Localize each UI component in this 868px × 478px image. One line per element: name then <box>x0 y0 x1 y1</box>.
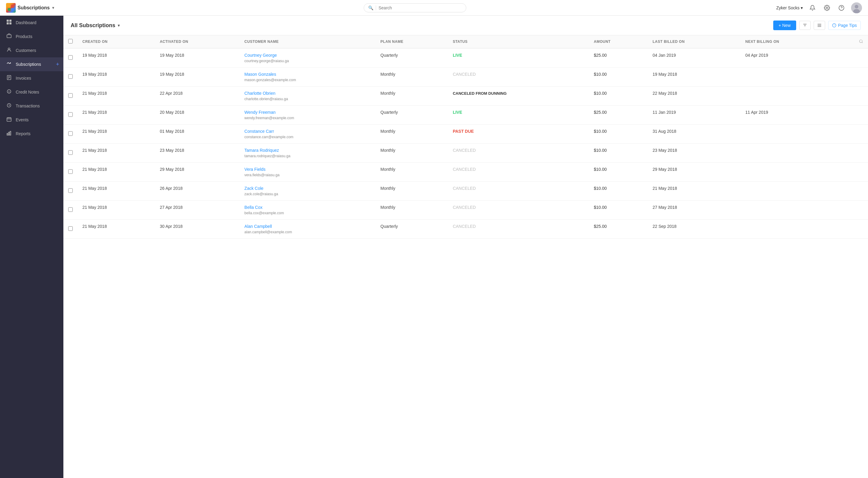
row-customer: Alan Campbell alan.campbell@example.com <box>240 220 376 239</box>
row-amount: $25.00 <box>589 220 648 239</box>
select-all-checkbox[interactable] <box>68 39 73 43</box>
sidebar-item-dashboard[interactable]: Dashboard <box>0 16 63 30</box>
zoho-logo[interactable]: Subscriptions ▾ <box>6 3 54 13</box>
table-search-button[interactable] <box>837 35 868 48</box>
svg-text:©: © <box>8 91 10 93</box>
search-bar: 🔍 <box>364 3 466 12</box>
row-empty <box>837 87 868 106</box>
table-row: 21 May 2018 01 May 2018 Constance Carr c… <box>63 125 868 144</box>
customer-name-link[interactable]: Courtney George <box>245 53 371 58</box>
row-last-billed: 31 Aug 2018 <box>648 125 740 144</box>
notifications-button[interactable] <box>808 3 817 13</box>
row-checkbox[interactable] <box>68 93 73 98</box>
row-created-on: 21 May 2018 <box>78 144 155 163</box>
app-name: Subscriptions <box>18 5 50 10</box>
filter-button[interactable] <box>799 21 811 30</box>
sidebar-item-subscriptions[interactable]: Subscriptions + <box>0 57 63 71</box>
customer-name-link[interactable]: Mason Gonzales <box>245 72 371 77</box>
row-activated-on: 01 May 2018 <box>155 125 239 144</box>
header-left: All Subscriptions ▾ <box>71 22 120 29</box>
sidebar-item-reports[interactable]: Reports <box>0 127 63 140</box>
row-checkbox[interactable] <box>68 131 73 136</box>
row-last-billed: 21 May 2018 <box>648 182 740 201</box>
row-created-on: 21 May 2018 <box>78 87 155 106</box>
org-name[interactable]: Zyker Socks ▾ <box>776 5 803 10</box>
reports-icon <box>6 131 12 137</box>
row-checkbox[interactable] <box>68 207 73 212</box>
row-next-billing <box>741 68 837 87</box>
table-body: 19 May 2018 19 May 2018 Courtney George … <box>63 48 868 239</box>
row-checkbox-cell[interactable] <box>63 87 78 106</box>
customer-email: constance.carr@example.com <box>245 135 293 139</box>
customer-name-link[interactable]: Wendy Freeman <box>245 110 371 115</box>
row-amount: $10.00 <box>589 163 648 182</box>
subscriptions-add-button[interactable]: + <box>56 62 59 67</box>
status-badge: PAST DUE <box>453 129 474 134</box>
customer-email: wendy.freeman@example.com <box>245 116 294 120</box>
svg-rect-13 <box>9 22 11 25</box>
customer-name-link[interactable]: Constance Carr <box>245 129 371 134</box>
customer-name-link[interactable]: Vera Fields <box>245 167 371 172</box>
sidebar-item-invoices[interactable]: Invoices <box>0 71 63 85</box>
row-checkbox[interactable] <box>68 112 73 117</box>
sidebar-item-events[interactable]: Events <box>0 113 63 127</box>
customer-name-link[interactable]: Zack Cole <box>245 186 371 191</box>
row-checkbox-cell[interactable] <box>63 68 78 87</box>
sidebar-item-products[interactable]: Products <box>0 30 63 43</box>
svg-point-15 <box>8 48 10 50</box>
row-checkbox[interactable] <box>68 169 73 174</box>
app-dropdown-arrow[interactable]: ▾ <box>52 6 54 10</box>
row-checkbox-cell[interactable] <box>63 182 78 201</box>
customer-email: vera.fields@raiasu.ga <box>245 173 279 177</box>
table-row: 21 May 2018 23 May 2018 Tamara Rodriquez… <box>63 144 868 163</box>
row-checkbox[interactable] <box>68 188 73 193</box>
customer-email: courtney.george@raiasu.ga <box>245 59 289 63</box>
row-activated-on: 19 May 2018 <box>155 48 239 68</box>
svg-rect-31 <box>10 131 11 135</box>
row-plan-name: Monthly <box>376 125 448 144</box>
sidebar: Dashboard Products Customers <box>0 16 63 478</box>
filter-dropdown-arrow[interactable]: ▾ <box>118 23 120 28</box>
help-button[interactable] <box>837 3 846 13</box>
columns-button[interactable] <box>814 21 825 30</box>
customer-name-link[interactable]: Bella Cox <box>245 205 371 210</box>
row-checkbox-cell[interactable] <box>63 220 78 239</box>
row-created-on: 19 May 2018 <box>78 48 155 68</box>
row-checkbox-cell[interactable] <box>63 106 78 125</box>
row-last-billed: 27 May 2018 <box>648 201 740 220</box>
row-status: CANCELED FROM DUNNING <box>448 87 589 106</box>
row-checkbox-cell[interactable] <box>63 201 78 220</box>
sidebar-item-transactions[interactable]: Transactions <box>0 99 63 113</box>
row-empty <box>837 163 868 182</box>
sidebar-item-credit-notes[interactable]: © Credit Notes <box>0 85 63 99</box>
sidebar-item-customers[interactable]: Customers <box>0 43 63 57</box>
page-tips-button[interactable]: Page Tips <box>828 21 861 30</box>
content-header: All Subscriptions ▾ + New <box>63 16 868 35</box>
row-created-on: 21 May 2018 <box>78 125 155 144</box>
row-checkbox-cell[interactable] <box>63 48 78 68</box>
row-checkbox-cell[interactable] <box>63 144 78 163</box>
avatar[interactable] <box>851 2 862 13</box>
row-empty <box>837 68 868 87</box>
sidebar-label-credit-notes: Credit Notes <box>16 90 39 94</box>
row-checkbox[interactable] <box>68 55 73 60</box>
new-button[interactable]: + New <box>773 21 796 30</box>
search-input[interactable] <box>378 5 462 10</box>
row-checkbox[interactable] <box>68 150 73 155</box>
settings-button[interactable] <box>822 3 832 13</box>
svg-line-24 <box>9 105 10 106</box>
row-customer: Constance Carr constance.carr@example.co… <box>240 125 376 144</box>
row-next-billing <box>741 163 837 182</box>
customer-name-link[interactable]: Tamara Rodriquez <box>245 148 371 153</box>
select-all-header[interactable] <box>63 35 78 48</box>
row-checkbox[interactable] <box>68 226 73 231</box>
row-last-billed: 11 Jan 2019 <box>648 106 740 125</box>
customer-name-link[interactable]: Charlotte Obrien <box>245 91 371 96</box>
svg-point-4 <box>826 7 828 8</box>
row-checkbox-cell[interactable] <box>63 125 78 144</box>
row-checkbox-cell[interactable] <box>63 163 78 182</box>
col-created-on: CREATED ON <box>78 35 155 48</box>
row-activated-on: 22 Apr 2018 <box>155 87 239 106</box>
row-checkbox[interactable] <box>68 74 73 79</box>
customer-name-link[interactable]: Alan Campbell <box>245 224 371 229</box>
